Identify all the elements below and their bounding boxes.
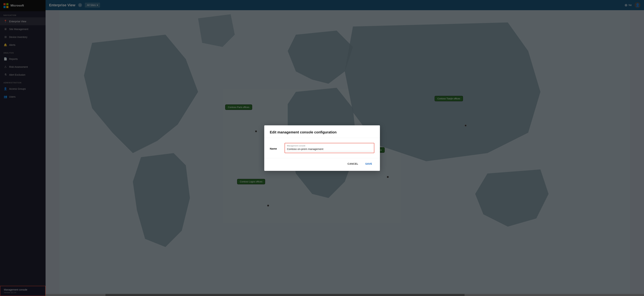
save-button[interactable]: SAVE — [363, 161, 374, 167]
name-field: Name Management console — [270, 143, 374, 153]
cancel-button[interactable]: CANCEL — [346, 161, 360, 167]
modal-header: Edit management console configuration — [264, 125, 380, 138]
modal-overlay: Edit management console configuration Na… — [0, 0, 644, 296]
name-input-wrap: Management console — [284, 143, 374, 153]
name-field-label: Name — [270, 143, 280, 150]
edit-console-modal: Edit management console configuration Na… — [264, 125, 380, 171]
input-float-label: Management console — [287, 145, 372, 147]
modal-title: Edit management console configuration — [270, 130, 374, 134]
name-input[interactable] — [287, 147, 372, 151]
modal-body: Name Management console — [264, 138, 380, 158]
modal-footer: CANCEL SAVE — [264, 158, 380, 171]
